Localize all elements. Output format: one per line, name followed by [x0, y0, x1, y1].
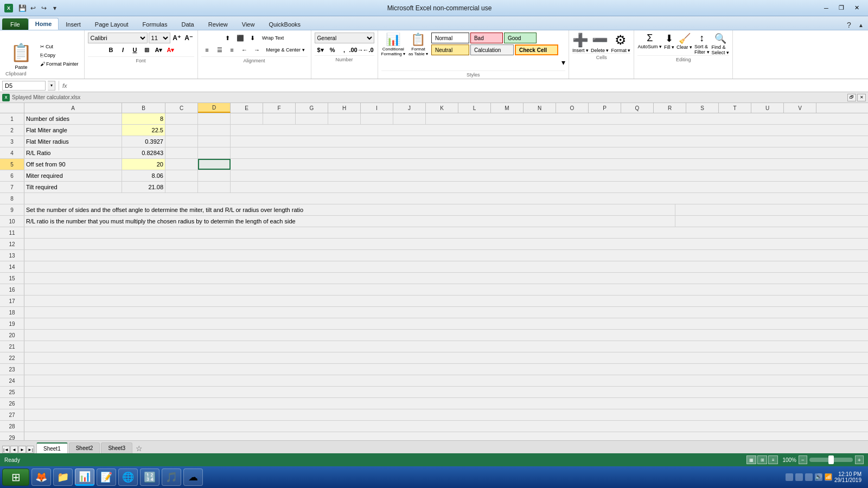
col-header-v[interactable]: V — [784, 103, 816, 113]
paste-btn[interactable]: 📋 — [5, 41, 37, 65]
cell-c6[interactable] — [165, 170, 198, 181]
row-num-18[interactable]: 18 — [0, 307, 24, 318]
cell-b3[interactable]: 0.3927 — [122, 136, 165, 147]
cell-a3[interactable]: Flat Miter radius — [24, 136, 122, 147]
undo-quick-btn[interactable]: ↩ — [28, 3, 38, 13]
col-header-k[interactable]: K — [426, 103, 458, 113]
cell-b1[interactable]: 8 — [122, 113, 165, 124]
tab-quickbooks[interactable]: QuickBooks — [261, 18, 308, 30]
increase-font-btn[interactable]: A⁺ — [171, 33, 182, 43]
style-bad[interactable]: Bad — [470, 33, 503, 43]
row-num-26[interactable]: 26 — [0, 398, 24, 409]
col-header-m[interactable]: M — [491, 103, 524, 113]
normal-view-btn[interactable]: ▦ — [746, 455, 756, 464]
currency-btn[interactable]: $▾ — [315, 44, 326, 55]
cell-b5[interactable]: 20 — [122, 159, 165, 170]
fill-btn[interactable]: ⬇ Fill ▾ — [664, 33, 674, 50]
add-sheet-btn[interactable]: ☆ — [133, 444, 144, 453]
col-header-g[interactable]: G — [296, 103, 328, 113]
tray-icon-1[interactable] — [786, 473, 793, 481]
row-num-9[interactable]: 9 — [0, 204, 24, 215]
row-num-27[interactable]: 27 — [0, 409, 24, 420]
style-good[interactable]: Good — [504, 33, 537, 43]
cell-c4[interactable] — [165, 147, 198, 158]
font-name-select[interactable]: Calibri — [88, 33, 148, 43]
conditional-formatting-btn[interactable]: 📊 ConditionalFormatting ▾ — [381, 33, 405, 56]
cell-a7[interactable]: Tilt required — [24, 182, 122, 192]
col-header-o[interactable]: O — [556, 103, 589, 113]
fx-btn[interactable]: fx — [62, 82, 67, 89]
row-num-16[interactable]: 16 — [0, 284, 24, 295]
insert-cells-btn[interactable]: ➕ Insert ▾ — [572, 33, 589, 53]
row-num-25[interactable]: 25 — [0, 387, 24, 397]
tab-review[interactable]: Review — [201, 18, 235, 30]
border-btn[interactable]: ⊞ — [142, 44, 152, 55]
col-header-c[interactable]: C — [165, 103, 198, 113]
row-num-1[interactable]: 1 — [0, 113, 24, 124]
tray-icon-network[interactable]: 📶 — [825, 473, 832, 481]
row-num-24[interactable]: 24 — [0, 375, 24, 386]
style-normal[interactable]: Normal — [431, 33, 469, 43]
taskbar-icon-2[interactable]: 📁 — [53, 468, 73, 486]
fill-color-btn[interactable]: A▾ — [154, 44, 164, 55]
name-box-dropdown[interactable]: ▾ — [48, 81, 55, 91]
taskbar-icon-network[interactable]: 🌐 — [118, 468, 138, 486]
cell-d3[interactable] — [198, 136, 231, 147]
ribbon-collapse-btn[interactable]: ▲ — [856, 20, 866, 30]
cell-a9[interactable]: Set the number of sides and the offset a… — [24, 204, 675, 215]
col-header-f[interactable]: F — [263, 103, 296, 113]
restore-down-btn[interactable]: 🗗 — [847, 94, 856, 101]
name-box[interactable] — [2, 81, 46, 91]
sheet-tab-2[interactable]: Sheet2 — [69, 442, 100, 453]
styles-more-btn[interactable]: ▾ — [561, 54, 565, 70]
col-header-r[interactable]: R — [654, 103, 686, 113]
redo-quick-btn[interactable]: ↪ — [39, 3, 49, 13]
close-workbook-btn[interactable]: ✕ — [857, 94, 866, 101]
customize-quick-btn[interactable]: ▾ — [50, 3, 60, 13]
style-neutral[interactable]: Neutral — [431, 44, 469, 55]
zoom-out-btn[interactable]: − — [799, 455, 807, 464]
row-num-15[interactable]: 15 — [0, 273, 24, 284]
sort-filter-btn[interactable]: ↕ Sort &Filter ▾ — [694, 33, 710, 55]
tray-icon-3[interactable] — [805, 473, 813, 481]
tab-formulas[interactable]: Formulas — [136, 18, 175, 30]
style-check-cell[interactable]: Check Cell — [515, 44, 558, 55]
tab-page-layout[interactable]: Page Layout — [88, 18, 136, 30]
align-left-btn[interactable]: ≡ — [201, 44, 213, 55]
row-num-8[interactable]: 8 — [0, 193, 24, 204]
minimize-btn[interactable]: ─ — [819, 3, 833, 14]
increase-indent-btn[interactable]: → — [251, 44, 263, 55]
cell-d2[interactable] — [198, 125, 231, 136]
align-middle-btn[interactable]: ⬛ — [234, 33, 246, 43]
row-num-23[interactable]: 23 — [0, 364, 24, 375]
close-btn[interactable]: ✕ — [850, 3, 864, 14]
comma-btn[interactable]: , — [339, 44, 350, 55]
cell-e1[interactable] — [231, 113, 263, 124]
copy-btn[interactable]: ⎘ Copy — [38, 52, 81, 59]
restore-btn[interactable]: ❐ — [834, 3, 848, 14]
wrap-text-btn[interactable]: Wrap Text — [259, 33, 286, 43]
col-header-d[interactable]: D — [198, 103, 231, 113]
row-num-22[interactable]: 22 — [0, 352, 24, 363]
tab-insert[interactable]: Insert — [59, 18, 88, 30]
tab-view[interactable]: View — [235, 18, 262, 30]
taskbar-icon-6[interactable]: ☁ — [183, 468, 203, 486]
cell-d5[interactable] — [198, 159, 231, 170]
taskbar-icon-word[interactable]: 📝 — [97, 468, 116, 486]
cell-c5[interactable] — [165, 159, 198, 170]
row-num-10[interactable]: 10 — [0, 216, 24, 227]
cell-h1[interactable] — [328, 113, 361, 124]
col-header-s[interactable]: S — [686, 103, 719, 113]
col-header-u[interactable]: U — [751, 103, 784, 113]
cell-c7[interactable] — [165, 182, 198, 192]
row-num-11[interactable]: 11 — [0, 227, 24, 238]
sheet-next-btn[interactable]: ► — [18, 446, 26, 453]
tab-home[interactable]: Home — [28, 18, 59, 30]
cell-d7[interactable] — [198, 182, 231, 192]
row-num-21[interactable]: 21 — [0, 341, 24, 352]
font-size-select[interactable]: 11 — [149, 33, 170, 43]
taskbar-icon-excel[interactable]: 📊 — [75, 468, 94, 486]
number-format-select[interactable]: General — [315, 33, 374, 43]
row-num-3[interactable]: 3 — [0, 136, 24, 147]
cell-g1[interactable] — [296, 113, 328, 124]
